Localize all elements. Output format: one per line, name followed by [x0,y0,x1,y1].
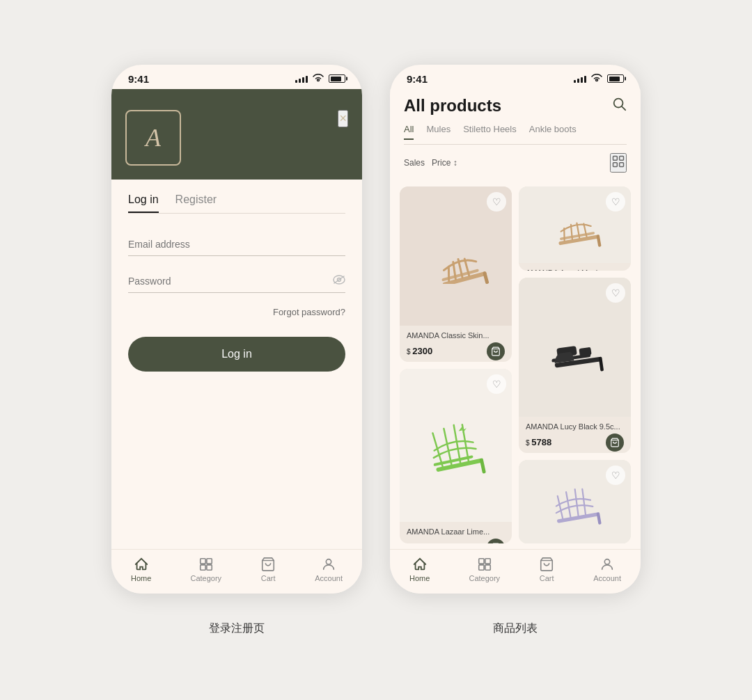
nav-account-products[interactable]: Account [593,557,621,582]
battery-products [607,74,624,83]
email-field[interactable] [128,233,345,256]
wishlist-btn-5[interactable]: ♡ [606,466,625,485]
svg-rect-14 [620,162,624,166]
product-name-3: AMANDA Lazaar Lime... [407,527,505,536]
filter-row: Sales Price ↕ [404,150,627,175]
status-time-login: 9:41 [128,73,149,85]
wishlist-btn-4[interactable]: ♡ [606,283,625,303]
nav-category-login[interactable]: Category [190,557,221,582]
products-phone-caption: 商品列表 [390,621,641,636]
product-card-2[interactable]: ♡ AMANDA Angel Musk... $ 2300 [519,186,631,271]
svg-rect-11 [613,156,618,160]
product-card-3[interactable]: ♡ AMANDA Lazaar Lime... $ 3887 $ 4000 [400,369,512,543]
product-info-2: AMANDA Angel Musk... $ 2300 [519,263,631,271]
price-group-3: $ 3887 $ 4000 [407,541,460,543]
price-row-1: $ 2300 [407,342,505,360]
wifi-icon-login [313,74,324,84]
tab-login[interactable]: Log in [128,193,159,213]
password-field[interactable] [128,270,345,293]
product-card-1[interactable]: ♡ AMANDA Classic Skin... $ 2300 [400,186,512,362]
product-image-4: ♡ [519,278,631,417]
price-row-4: $ 5788 [526,433,624,452]
cat-tab-mules[interactable]: Mules [426,124,451,140]
home-icon-login [134,557,149,572]
product-price-3: $ 3887 [407,543,432,543]
nav-category-label-login: Category [190,574,221,582]
product-name-4: AMANDA Lucy Black 9.5c... [526,422,624,431]
svg-rect-53 [479,564,484,569]
svg-rect-6 [207,564,212,569]
login-button[interactable]: Log in [128,337,345,372]
svg-line-48 [566,492,570,517]
tab-register[interactable]: Register [175,193,217,213]
account-icon-login [321,557,336,572]
svg-rect-5 [201,564,205,569]
nav-home-login[interactable]: Home [131,557,151,582]
cat-tab-all[interactable]: All [404,124,414,140]
products-header: All products All Mules Stiletto Heels An… [390,89,641,181]
nav-cart-login[interactable]: Cart [260,557,276,582]
bottom-nav-products: Home Category Cart Account [390,549,641,594]
svg-line-50 [581,488,586,514]
svg-rect-52 [485,558,490,563]
product-info-4: AMANDA Lucy Black 9.5c... $ 5788 [519,417,631,453]
product-name-1: AMANDA Classic Skin... [407,331,505,340]
product-card-5[interactable]: ♡ [519,460,631,543]
email-group [128,233,345,256]
cat-tab-ankle[interactable]: Ankle boots [529,124,577,140]
svg-rect-33 [599,357,604,372]
svg-line-10 [622,106,625,110]
nav-home-label-login: Home [131,574,151,582]
cart-icon-products [539,557,554,572]
product-info-3: AMANDA Lazaar Lime... $ 3887 $ 4000 [400,522,512,543]
nav-home-products[interactable]: Home [409,557,430,582]
products-phone: 9:41 All products [390,65,641,594]
price-row-3: $ 3887 $ 4000 [407,539,505,543]
status-bar-login: 9:41 [111,65,362,89]
close-button[interactable]: × [338,110,348,127]
svg-line-41 [444,428,451,464]
nav-account-label-products: Account [593,574,621,582]
svg-rect-17 [483,271,489,283]
wishlist-btn-1[interactable]: ♡ [487,192,506,212]
grid-view-button[interactable] [610,153,627,173]
svg-line-49 [573,489,579,516]
wishlist-btn-3[interactable]: ♡ [487,374,506,394]
status-bar-products: 9:41 [390,65,641,89]
product-price-1: $ 2300 [407,346,432,356]
search-button[interactable] [611,96,627,115]
svg-rect-13 [613,162,618,166]
add-cart-btn-1[interactable] [487,342,505,360]
svg-line-47 [557,495,562,518]
forgot-password-link[interactable]: Forgot password? [128,307,345,317]
svg-line-43 [460,424,469,461]
add-cart-btn-3[interactable] [487,539,505,543]
nav-account-login[interactable]: Account [315,557,343,582]
nav-category-label-products: Category [469,574,500,582]
status-icons-products [574,74,624,84]
product-image-2: ♡ [519,186,631,263]
nav-category-products[interactable]: Category [469,557,500,582]
add-cart-btn-4[interactable] [606,433,624,452]
filter-price[interactable]: Price ↕ [432,158,457,168]
category-tabs: All Mules Stiletto Heels Ankle boots [404,124,627,145]
password-group [128,270,345,293]
phones-row: 9:41 A × [111,65,641,594]
wishlist-btn-2[interactable]: ♡ [606,192,625,212]
cat-tab-stiletto[interactable]: Stiletto Heels [463,124,517,140]
nav-cart-products[interactable]: Cart [539,557,554,582]
nav-account-label-login: Account [315,574,343,582]
product-name-2: AMANDA Angel Musk... [526,269,624,271]
cart-icon-login [260,557,276,572]
svg-rect-4 [207,558,212,563]
filter-sales[interactable]: Sales [404,158,425,168]
logo-letter: A [146,123,161,152]
main-container: 9:41 A × [84,37,668,664]
login-phone-caption: 登录注册页 [111,621,362,636]
category-icon-login [198,557,214,572]
product-card-4[interactable]: ♡ AMANDA Lucy Black 9.5c... $ 5788 [519,278,631,453]
status-icons-login [295,74,345,84]
login-body: Log in Register Forg [111,180,362,549]
svg-rect-39 [479,458,485,474]
nav-cart-label-login: Cart [261,574,276,582]
